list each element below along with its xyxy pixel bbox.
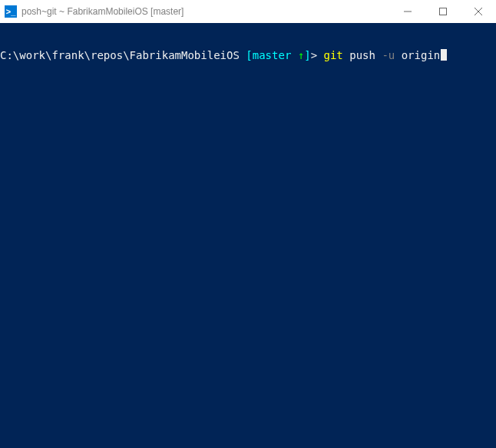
branch-name: master (253, 49, 298, 61)
branch-arrow-icon: ↑ (298, 49, 304, 61)
window-title: posh~git ~ FabrikamMobileiOS [master] (21, 6, 390, 17)
sp2 (395, 49, 401, 61)
powershell-window: >_ posh~git ~ FabrikamMobileiOS [master]… (0, 0, 496, 448)
terminal-body[interactable]: C:\work\frank\repos\FabrikamMobileiOS [m… (0, 23, 496, 448)
titlebar: >_ posh~git ~ FabrikamMobileiOS [master] (0, 0, 496, 23)
cmd-origin: origin (402, 49, 441, 61)
cursor (441, 49, 447, 61)
cmd-git: git (323, 49, 342, 61)
branch-open: [ (246, 49, 252, 61)
cmd-push: push (349, 49, 382, 61)
svg-rect-0 (440, 8, 447, 15)
maximize-button[interactable] (425, 0, 461, 23)
prompt-line: C:\work\frank\repos\FabrikamMobileiOS [m… (0, 49, 496, 61)
icon-glyph: >_ (6, 7, 16, 16)
prompt-char: > (311, 49, 324, 61)
minimize-button[interactable] (390, 0, 425, 23)
maximize-icon (439, 8, 447, 15)
sp1 (343, 49, 349, 61)
close-button[interactable] (461, 0, 496, 23)
close-icon (475, 8, 482, 15)
prompt-path: C:\work\frank\repos\FabrikamMobileiOS (0, 49, 246, 61)
minimize-icon (404, 8, 412, 15)
powershell-icon: >_ (5, 5, 17, 18)
cmd-flag: -u (382, 49, 395, 61)
window-controls (390, 0, 496, 23)
branch-close: ] (304, 49, 310, 61)
